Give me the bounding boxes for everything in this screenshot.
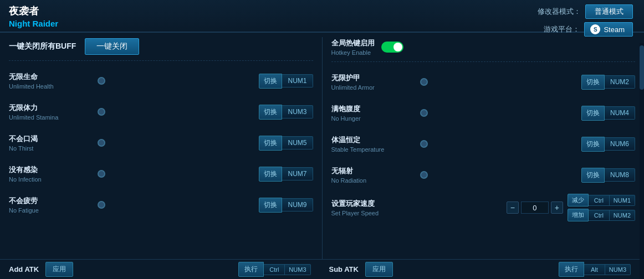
- hotkey-en: Hotkey Enable: [331, 49, 375, 56]
- key-group-1: 切换 NUM3: [259, 105, 313, 120]
- switch-btn-2[interactable]: 切换: [259, 136, 282, 151]
- toggle-4[interactable]: [98, 201, 105, 209]
- header-right: 修改器模式： 普通模式 游戏平台： S Steam: [538, 4, 633, 37]
- right-option-row-0: 无限护甲 Unlimited Armor 切换 NUM2: [331, 70, 636, 94]
- right-option-row-2: 体温恒定 Stable Temperature 切换 NUM6: [331, 132, 636, 156]
- option-name-cn-4: 不会疲劳: [9, 196, 98, 206]
- one-click-label: 一键关闭所有BUFF: [9, 42, 76, 51]
- platform-label: 游戏平台：: [544, 24, 580, 34]
- one-click-button[interactable]: 一键关闭: [85, 38, 139, 55]
- option-name-en-2: No Thirst: [9, 145, 98, 152]
- right-key-group-2: 切换 NUM6: [581, 137, 635, 152]
- right-toggle-2[interactable]: [420, 140, 428, 148]
- decrease-key2[interactable]: NUM1: [610, 195, 635, 206]
- speed-input[interactable]: [521, 202, 549, 214]
- bottom-left: Add ATK 应用 执行 Ctrl NUM3: [0, 262, 320, 277]
- right-option-labels-1: 满饱腹度 No Hunger: [331, 104, 420, 122]
- key-label-1[interactable]: NUM3: [282, 105, 313, 118]
- option-name-en-0: Unlimited Health: [9, 83, 98, 90]
- option-labels-1: 无限体力 Unlimited Stamina: [9, 103, 98, 121]
- bottom-right-key2[interactable]: NUM3: [605, 264, 631, 275]
- bottom-left-apply[interactable]: 应用: [45, 262, 73, 277]
- key-label-4[interactable]: NUM9: [282, 198, 313, 211]
- modifier-mode-button[interactable]: 普通模式: [585, 4, 633, 19]
- right-option-row-4: 设置玩家速度 Set Player Speed − + 减少 Ctrl NUM1…: [331, 194, 636, 221]
- right-option-labels-2: 体温恒定 Stable Temperature: [331, 135, 420, 153]
- right-panel: 全局热键启用 Hotkey Enable 无限护甲 Unlimited Armo…: [323, 33, 645, 268]
- hotkey-labels: 全局热键启用 Hotkey Enable: [331, 38, 375, 56]
- right-toggle-1[interactable]: [420, 109, 428, 117]
- option-name-en-3: No Infection: [9, 176, 98, 183]
- steam-button[interactable]: S Steam: [584, 22, 633, 37]
- option-name-cn-0: 无限生命: [9, 72, 98, 82]
- main-content: 一键关闭所有BUFF 一键关闭 无限生命 Unlimited Health 切换…: [0, 33, 644, 268]
- right-option-name-cn-4: 设置玩家速度: [331, 199, 420, 209]
- toggle-3[interactable]: [98, 170, 105, 178]
- toggle-1[interactable]: [98, 108, 105, 116]
- decrease-key1[interactable]: Ctrl: [589, 195, 610, 206]
- switch-btn-4[interactable]: 切换: [259, 198, 282, 213]
- scrollbar-thumb[interactable]: [640, 45, 644, 90]
- increase-key1[interactable]: Ctrl: [589, 210, 610, 221]
- hotkey-toggle[interactable]: [381, 42, 403, 53]
- option-row-4: 不会疲劳 No Fatigue 切换 NUM9: [9, 193, 313, 217]
- bottom-right: Sub ATK 应用 执行 Alt NUM3: [320, 262, 640, 277]
- bottom-right-exec[interactable]: 执行: [559, 262, 584, 277]
- option-labels-4: 不会疲劳 No Fatigue: [9, 196, 98, 214]
- right-option-labels-4: 设置玩家速度 Set Player Speed: [331, 199, 420, 216]
- bottom-left-exec[interactable]: 执行: [238, 262, 264, 277]
- right-option-labels-0: 无限护甲 Unlimited Armor: [331, 73, 420, 91]
- steam-icon: S: [590, 24, 600, 34]
- key-label-2[interactable]: NUM5: [282, 136, 313, 149]
- bottom-right-apply[interactable]: 应用: [365, 262, 393, 277]
- speed-decrease-btn[interactable]: −: [507, 202, 519, 214]
- toggle-0[interactable]: [98, 77, 105, 85]
- right-option-row-3: 无辐射 No Radiation 切换 NUM8: [331, 163, 636, 187]
- bottom-left-key-group: 执行 Ctrl NUM3: [238, 262, 310, 277]
- right-key-label-1[interactable]: NUM4: [605, 106, 635, 120]
- switch-btn-0[interactable]: 切换: [259, 74, 282, 89]
- bottom-right-key-group: 执行 Alt NUM3: [559, 262, 631, 277]
- option-name-cn-1: 无限体力: [9, 103, 98, 113]
- right-key-group-3: 切换 NUM8: [581, 168, 635, 183]
- bottom-left-key1[interactable]: Ctrl: [264, 264, 285, 275]
- right-toggle-3[interactable]: [420, 171, 428, 179]
- right-switch-btn-0[interactable]: 切换: [581, 75, 605, 90]
- key-group-2: 切换 NUM5: [259, 136, 313, 151]
- switch-btn-3[interactable]: 切换: [259, 167, 282, 182]
- option-labels-2: 不会口渴 No Thirst: [9, 134, 98, 152]
- multi-key-group: 减少 Ctrl NUM1 增加 Ctrl NUM2: [568, 194, 635, 221]
- increase-key-row: 增加 Ctrl NUM2: [568, 209, 635, 221]
- bottom-right-key1[interactable]: Alt: [584, 264, 605, 275]
- scrollbar-track[interactable]: [640, 43, 644, 279]
- hotkey-row: 全局热键启用 Hotkey Enable: [331, 38, 636, 62]
- option-row-1: 无限体力 Unlimited Stamina 切换 NUM3: [9, 100, 313, 124]
- platform-row: 游戏平台： S Steam: [544, 22, 633, 37]
- increase-action-label[interactable]: 增加: [568, 209, 589, 221]
- right-key-label-3[interactable]: NUM8: [605, 168, 635, 182]
- increase-key2[interactable]: NUM2: [610, 210, 635, 221]
- speed-control: − +: [507, 202, 563, 214]
- modifier-mode-label: 修改器模式：: [538, 7, 581, 17]
- right-key-label-0[interactable]: NUM2: [605, 75, 635, 89]
- key-group-4: 切换 NUM9: [259, 198, 313, 213]
- key-label-0[interactable]: NUM1: [282, 74, 313, 87]
- right-key-group-0: 切换 NUM2: [581, 75, 635, 90]
- bottom-left-key2[interactable]: NUM3: [285, 264, 310, 275]
- right-option-name-en-4: Set Player Speed: [331, 210, 420, 216]
- right-switch-btn-1[interactable]: 切换: [581, 106, 605, 121]
- switch-btn-1[interactable]: 切换: [259, 105, 282, 120]
- toggle-2[interactable]: [98, 139, 105, 147]
- bottom-row: Add ATK 应用 执行 Ctrl NUM3 Sub ATK 应用 执行 Al…: [0, 259, 640, 279]
- right-key-label-2[interactable]: NUM6: [605, 137, 635, 151]
- hotkey-cn: 全局热键启用: [331, 38, 375, 48]
- option-name-en-4: No Fatigue: [9, 207, 98, 214]
- speed-increase-btn[interactable]: +: [551, 202, 563, 214]
- decrease-key-row: 减少 Ctrl NUM1: [568, 194, 635, 206]
- decrease-action-label[interactable]: 减少: [568, 194, 589, 206]
- right-switch-btn-3[interactable]: 切换: [581, 168, 605, 183]
- key-label-3[interactable]: NUM7: [282, 167, 313, 180]
- right-switch-btn-2[interactable]: 切换: [581, 137, 605, 152]
- key-group-0: 切换 NUM1: [259, 74, 313, 89]
- right-toggle-0[interactable]: [420, 78, 428, 86]
